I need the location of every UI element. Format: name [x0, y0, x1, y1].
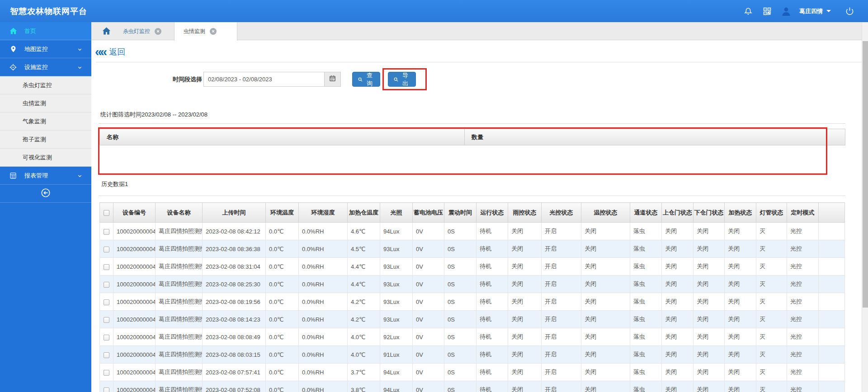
row-checkbox[interactable]: [104, 387, 109, 392]
table-cell: 2023-02-08 08:08:49: [203, 328, 266, 346]
table-cell: 待机: [476, 311, 508, 328]
table-cell: 0V: [413, 223, 444, 240]
table-cell: 光控: [787, 258, 819, 275]
table-cell: 关闭: [725, 223, 756, 240]
bell-icon[interactable]: [742, 5, 754, 17]
table-cell: 关闭: [508, 258, 542, 275]
row-checkbox[interactable]: [104, 335, 109, 341]
table-cell: 开启: [542, 240, 581, 258]
sidebar-item-map-monitoring[interactable]: 地图监控: [0, 40, 91, 58]
close-icon[interactable]: ×: [155, 28, 161, 35]
table-cell: 关闭: [508, 346, 542, 364]
tab-home-icon[interactable]: [102, 27, 111, 37]
row-select-cell: [100, 275, 113, 293]
table-cell: 待机: [476, 240, 508, 258]
row-checkbox[interactable]: [104, 264, 109, 270]
calendar-button[interactable]: [325, 72, 341, 87]
table-cell: 葛庄四情拍照测报: [156, 240, 203, 258]
table-cell: 0S: [444, 381, 476, 392]
sidebar-item-report-management[interactable]: 报表管理: [0, 167, 91, 185]
table-cell: 0V: [413, 311, 444, 328]
table-cell: 100020000004: [113, 311, 156, 328]
caret-down-icon[interactable]: [826, 10, 831, 12]
table-cell: 100020000004: [113, 346, 156, 364]
table-cell: 0.0%RH: [299, 346, 348, 364]
table-cell: 4.2℃: [348, 293, 380, 311]
table-cell: 关闭: [725, 328, 756, 346]
summary-column-name: 名称: [100, 129, 465, 145]
table-cell: 4.5℃: [348, 240, 380, 258]
row-select-cell: [100, 293, 113, 311]
sidebar-collapse-button[interactable]: [0, 185, 91, 203]
table-cell: 关闭: [662, 223, 693, 240]
row-checkbox[interactable]: [104, 370, 109, 376]
select-all-checkbox[interactable]: [104, 210, 109, 216]
chevron-down-icon: [77, 47, 82, 53]
table-cell: 落虫: [630, 240, 662, 258]
divider: [99, 123, 845, 124]
tab-insecticidal-lamp[interactable]: 杀虫灯监控 ×: [123, 22, 161, 40]
row-checkbox[interactable]: [104, 299, 109, 305]
table-cell-empty: [819, 364, 845, 381]
close-icon[interactable]: ×: [210, 28, 217, 35]
row-checkbox[interactable]: [104, 229, 109, 235]
column-header: 加热状态: [725, 203, 756, 223]
table-cell: 94Lux: [380, 223, 413, 240]
table-cell: 4.0℃: [348, 346, 380, 364]
sidebar-item-visual-monitoring[interactable]: 可视化监测: [0, 149, 91, 167]
sidebar-item-home[interactable]: 首页: [0, 22, 91, 40]
table-cell: 开启: [542, 311, 581, 328]
table-cell: 开启: [542, 346, 581, 364]
table-row: 100020000004葛庄四情拍照测报2023-02-08 08:19:560…: [100, 293, 845, 311]
column-header: 设备名称: [156, 203, 203, 223]
export-button[interactable]: 导出: [388, 72, 416, 87]
tab-pest-monitoring[interactable]: 虫情监测 ×: [174, 22, 237, 41]
sidebar-item-spore-monitoring[interactable]: 孢子监测: [0, 131, 91, 149]
summary-table: 名称 数量: [99, 129, 845, 174]
table-cell: 0.0℃: [266, 223, 299, 240]
sidebar-item-insecticidal-lamp[interactable]: 杀虫灯监控: [0, 76, 91, 94]
table-cell: 关闭: [725, 293, 756, 311]
table-cell: 落虫: [630, 311, 662, 328]
table-cell: 灭: [756, 240, 787, 258]
table-cell: 2023-02-08 08:36:38: [203, 240, 266, 258]
table-cell: 100020000004: [113, 240, 156, 258]
table-row: 100020000004葛庄四情拍照测报2023-02-08 08:03:150…: [100, 346, 845, 364]
table-cell: 葛庄四情拍照测报: [156, 364, 203, 381]
qr-code-icon[interactable]: [761, 5, 773, 17]
scrollbar-thumb[interactable]: [863, 41, 868, 308]
sidebar-item-pest-monitoring[interactable]: 虫情监测: [0, 94, 91, 112]
table-cell: 待机: [476, 293, 508, 311]
table-cell: 93Lux: [380, 311, 413, 328]
query-button-label: 查询: [365, 71, 374, 88]
table-cell: 灭: [756, 275, 787, 293]
tab-label: 虫情监测: [184, 28, 205, 35]
query-button[interactable]: 查询: [352, 72, 380, 87]
table-cell: 关闭: [693, 275, 725, 293]
back-link[interactable]: «« 返回: [95, 46, 125, 58]
table-cell: 关闭: [581, 223, 630, 240]
table-cell: 开启: [542, 258, 581, 275]
table-cell: 4.4℃: [348, 258, 380, 275]
top-bar: 智慧农林物联网平台: [0, 0, 868, 22]
table-cell: 0S: [444, 258, 476, 275]
sidebar-item-facility-monitoring[interactable]: 设施监控: [0, 58, 91, 76]
date-range-input[interactable]: [203, 72, 325, 87]
table-cell: 100020000004: [113, 328, 156, 346]
double-left-arrow-icon: ««: [95, 46, 105, 58]
power-icon[interactable]: [844, 5, 855, 17]
table-cell: 0V: [413, 275, 444, 293]
user-avatar-icon[interactable]: [780, 5, 792, 17]
table-cell: 光控: [787, 293, 819, 311]
row-checkbox[interactable]: [104, 247, 109, 252]
table-cell: 3.7℃: [348, 364, 380, 381]
table-row: 100020000004葛庄四情拍照测报2023-02-08 08:36:380…: [100, 240, 845, 258]
sidebar-item-weather-monitoring[interactable]: 气象监测: [0, 112, 91, 131]
vertical-scrollbar[interactable]: [862, 22, 868, 392]
row-checkbox[interactable]: [104, 352, 109, 358]
submenu-item-label: 气象监测: [23, 117, 46, 126]
row-checkbox[interactable]: [104, 317, 109, 323]
table-cell: 100020000004: [113, 223, 156, 240]
username[interactable]: 葛庄四情: [799, 7, 823, 15]
row-checkbox[interactable]: [104, 282, 109, 288]
